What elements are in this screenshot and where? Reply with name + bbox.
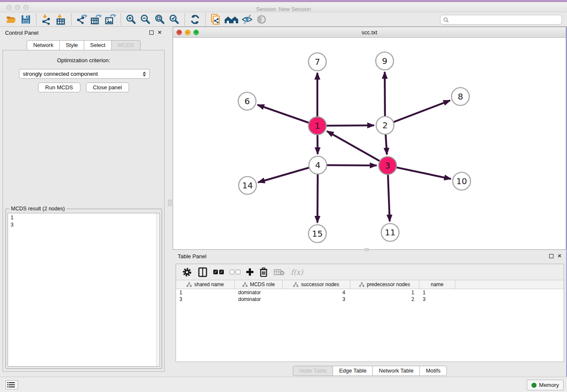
export-network-button[interactable]	[74, 13, 89, 26]
zoom-selected-button[interactable]	[167, 13, 182, 26]
table-toolbar: ✓✓ f(x)	[176, 264, 564, 280]
delete-column-button[interactable]	[259, 266, 268, 278]
node-label-7: 7	[315, 57, 320, 67]
edge-1-2[interactable]	[326, 125, 374, 126]
column-header-successor-nodes[interactable]: successor nodes	[283, 280, 350, 289]
table-row[interactable]: 3dominator323	[176, 296, 564, 303]
close-panel-icon[interactable]: ✕	[157, 30, 162, 35]
node-table-container: ✓✓ f(x) shared name MCDS role successo	[176, 264, 564, 362]
task-history-button[interactable]	[6, 380, 18, 389]
edge-2-3[interactable]	[385, 134, 387, 155]
table-row[interactable]: 1dominator411	[176, 289, 564, 296]
tab-mcds[interactable]: MCDS	[112, 40, 140, 50]
result-scrollbar[interactable]	[156, 213, 160, 366]
node-label-10: 10	[456, 176, 467, 186]
refresh-icon	[190, 14, 201, 25]
select-all-columns-button[interactable]: ✓✓	[213, 266, 224, 278]
column-header-predecessor-nodes[interactable]: predecessor nodes	[350, 280, 419, 289]
first-neighbors-button[interactable]	[223, 13, 240, 26]
deselect-all-columns-button[interactable]	[230, 266, 240, 278]
search-input[interactable]	[449, 16, 561, 24]
import-network-icon	[41, 14, 52, 25]
table-header-row: shared name MCDS role successor nodes pr…	[176, 280, 564, 289]
edge-3-1[interactable]	[327, 131, 380, 161]
mcds-result-groupbox: MCDS result (2 nodes) 13	[6, 209, 162, 369]
open-session-button[interactable]	[4, 13, 19, 26]
tab-network-table[interactable]: Network Table	[373, 366, 420, 376]
edge-1-6[interactable]	[258, 105, 309, 123]
import-table-button[interactable]	[54, 13, 68, 26]
criterion-dropdown[interactable]: strongly connected component	[19, 69, 150, 79]
cell-0-0[interactable]: 1	[176, 289, 235, 296]
cell-1-1[interactable]: dominator	[235, 296, 283, 303]
import-network-button[interactable]	[39, 13, 54, 26]
gear-icon	[182, 267, 192, 277]
zoom-in-button[interactable]	[124, 13, 138, 26]
network-window: ✕ − + scc.txt 7968124314101511	[173, 27, 566, 250]
control-panel: Control Panel ✕ Network Style Select MCD…	[0, 27, 167, 377]
edge-2-9[interactable]	[385, 72, 385, 116]
table-settings-button[interactable]	[182, 266, 192, 278]
window-title: Session: New Session	[0, 6, 567, 12]
zoom-fit-button[interactable]	[153, 13, 167, 26]
tab-node-table[interactable]: Node Table	[293, 366, 333, 376]
zoom-out-button[interactable]	[138, 13, 153, 26]
memory-label: Memory	[539, 382, 559, 388]
duplicate-network-button[interactable]	[209, 13, 223, 26]
cell-1-4[interactable]: 3	[419, 296, 455, 303]
column-type-icon	[293, 282, 298, 287]
close-panel-button[interactable]: Close panel	[86, 83, 129, 92]
cell-0-4[interactable]: 1	[419, 289, 455, 296]
cell-1-3[interactable]: 2	[350, 296, 419, 303]
network-window-titlebar[interactable]: ✕ − + scc.txt	[173, 27, 566, 38]
panel-divider-grip[interactable]	[168, 200, 172, 206]
node-label-3: 3	[385, 160, 391, 171]
cell-0-2[interactable]: 4	[283, 289, 350, 296]
show-hide-button[interactable]	[240, 13, 254, 26]
column-header-name[interactable]: name	[419, 280, 455, 289]
save-disk-icon	[21, 14, 31, 25]
delete-table-button[interactable]	[274, 266, 285, 278]
save-session-button[interactable]	[19, 13, 33, 26]
toolbar-separator	[71, 14, 72, 25]
edge-3-11[interactable]	[388, 174, 390, 221]
tab-motifs[interactable]: Motifs	[420, 366, 447, 376]
zoom-out-icon	[140, 14, 151, 25]
edge-4-14[interactable]	[258, 168, 309, 182]
column-header-mcds-role[interactable]: MCDS role	[235, 280, 283, 289]
column-browser-button[interactable]	[198, 266, 207, 278]
edge-2-8[interactable]	[394, 100, 450, 122]
edge-4-15[interactable]	[317, 174, 318, 223]
network-canvas[interactable]: 7968124314101511	[173, 38, 566, 249]
status-bar: Memory	[0, 377, 567, 392]
cell-0-3[interactable]: 1	[350, 289, 419, 296]
cell-1-2[interactable]: 3	[283, 296, 350, 303]
eye-slash-icon	[242, 14, 253, 25]
export-table-button[interactable]	[89, 13, 103, 26]
close-table-panel-icon[interactable]: ✕	[557, 254, 562, 258]
edge-4-3[interactable]	[327, 165, 377, 166]
toolbar-separator	[184, 14, 185, 25]
edge-3-10[interactable]	[396, 167, 451, 179]
hidden-eye-button[interactable]	[254, 13, 269, 26]
tab-style[interactable]: Style	[60, 40, 84, 50]
export-image-button[interactable]	[103, 13, 118, 26]
cell-0-1[interactable]: dominator	[235, 289, 283, 296]
node-label-4: 4	[315, 160, 321, 170]
tab-edge-table[interactable]: Edge Table	[333, 366, 373, 376]
float-table-panel-icon[interactable]	[549, 254, 553, 258]
tab-select[interactable]: Select	[84, 40, 112, 50]
apply-layout-button[interactable]	[188, 13, 202, 26]
float-panel-icon[interactable]	[149, 30, 154, 35]
mcds-result-textarea[interactable]: 13	[8, 213, 160, 367]
memory-button[interactable]: Memory	[527, 380, 564, 390]
add-column-button[interactable]	[246, 266, 253, 278]
mcds-result-title: MCDS result (2 nodes)	[9, 206, 66, 212]
search-field[interactable]	[440, 15, 562, 25]
function-builder-button[interactable]: f(x)	[291, 266, 303, 278]
column-header-shared-name[interactable]: shared name	[176, 280, 235, 289]
run-mcds-button[interactable]: Run MCDS	[38, 83, 80, 92]
tab-network[interactable]: Network	[27, 40, 60, 50]
cell-1-0[interactable]: 3	[176, 296, 235, 303]
open-folder-icon	[6, 14, 17, 25]
